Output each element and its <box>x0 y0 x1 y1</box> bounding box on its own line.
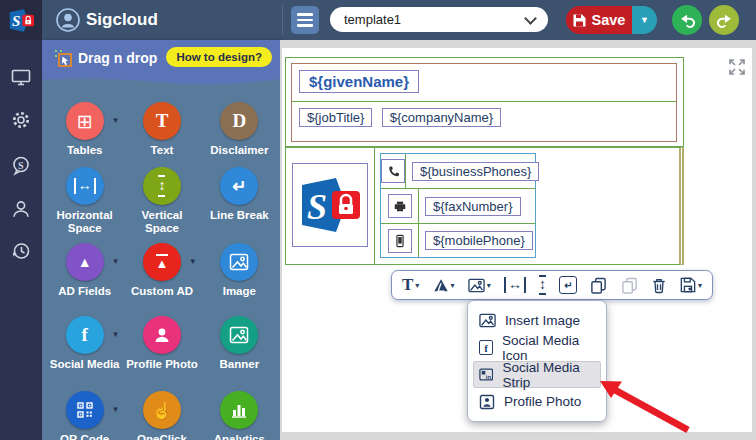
red-pointer-arrow <box>598 378 696 436</box>
how-to-design-button[interactable]: How to design? <box>166 47 272 67</box>
caret-down-icon: ▾ <box>451 281 455 290</box>
drag-drop-panel: Drag n drop How to design? ⊞▾ Tables T T… <box>42 40 280 440</box>
menu-item-profile-photo[interactable]: Profile Photo <box>473 388 601 415</box>
chevron-down-icon[interactable]: ▾ <box>113 404 118 414</box>
palette-item-social-media[interactable]: f▾ Social Media <box>46 316 123 371</box>
insert-image-toolbar-button[interactable]: ▾ <box>468 278 491 293</box>
phone-receiver-icon[interactable] <box>381 159 405 183</box>
fullscreen-expand-icon[interactable] <box>728 58 746 80</box>
signature-contact-table[interactable]: S ${businessPhones} <box>285 147 684 265</box>
custom-ad-icon: ▲ <box>156 254 169 270</box>
redo-button[interactable] <box>709 5 739 35</box>
phone-fields-table[interactable]: ${businessPhones} ${faxNumber} ${mobileP… <box>380 153 536 258</box>
line-break-button[interactable]: ↵ <box>559 276 577 294</box>
fax-number-field[interactable]: ${faxNumber} <box>425 197 521 216</box>
mobile-phone-field[interactable]: ${mobilePhone} <box>425 231 533 250</box>
menu-hamburger-button[interactable] <box>291 6 319 34</box>
image-icon <box>229 253 249 271</box>
save-button[interactable]: Save <box>566 6 632 34</box>
palette-item-disclaimer[interactable]: D Disclaimer <box>201 102 278 157</box>
palette-item-ad-fields[interactable]: ▲▾ AD Fields <box>46 243 123 298</box>
chevron-down-icon[interactable]: ▾ <box>113 256 118 266</box>
text-icon: T <box>402 275 413 295</box>
palette-item-qr-code-vcard[interactable]: ▾ QR Code vCard <box>46 391 123 440</box>
palette-item-custom-ad[interactable]: ▲▾ Custom AD <box>123 243 200 298</box>
caret-down-icon: ▼ <box>640 15 649 25</box>
design-canvas-area: ${givenName} ${jobTitle} ${companyName} … <box>280 40 756 440</box>
job-title-field[interactable]: ${jobTitle} <box>299 108 372 127</box>
copy-button[interactable] <box>590 277 607 294</box>
table-grid-icon: ⊞ <box>77 110 93 133</box>
business-phone-row: ${businessPhones} <box>381 154 535 189</box>
horizontal-space-icon: ↔ <box>504 277 526 292</box>
save-element-button[interactable]: ▾ <box>680 277 702 293</box>
template-select[interactable]: template1 <box>330 7 548 32</box>
azure-ad-icon <box>433 277 449 293</box>
text-style-button[interactable]: T▾ <box>402 275 419 295</box>
palette-item-image[interactable]: Image <box>201 243 278 298</box>
palette-item-horizontal-space[interactable]: ↔ Horizontal Space <box>46 167 123 235</box>
line-break-icon: ↵ <box>232 176 246 197</box>
palette-item-line-break[interactable]: ↵ Line Break <box>201 167 278 235</box>
palette-item-text[interactable]: T Text <box>123 102 200 157</box>
menu-item-social-media-strip[interactable]: in Social Media Strip <box>473 361 601 388</box>
topbar-divider <box>282 5 283 35</box>
chevron-down-icon[interactable]: ▾ <box>190 256 195 266</box>
image-icon <box>229 326 249 344</box>
save-button-label: Save <box>592 12 626 28</box>
chevron-down-icon[interactable]: ▾ <box>113 115 118 125</box>
save-dropdown-button[interactable]: ▼ <box>632 6 657 34</box>
fax-icon[interactable] <box>388 194 412 218</box>
palette-item-analytics[interactable]: Analytics <box>201 391 278 440</box>
menu-item-insert-image[interactable]: Insert Image <box>473 307 601 334</box>
chevron-down-icon <box>524 12 537 25</box>
social-media-strip-icon: in <box>479 367 493 382</box>
signature-sheet[interactable]: ${givenName} ${jobTitle} ${companyName} … <box>282 48 752 432</box>
given-name-row: ${givenName} <box>292 64 676 102</box>
user-avatar-icon[interactable] <box>56 8 80 36</box>
svg-text:S: S <box>18 160 24 171</box>
panel-header: Drag n drop How to design? <box>42 40 280 76</box>
svg-text:S: S <box>11 13 19 29</box>
menu-item-social-media-icon[interactable]: f Social Media Icon <box>473 334 601 361</box>
palette-item-tables[interactable]: ⊞▾ Tables <box>46 102 123 157</box>
sigcloud-bubble-icon[interactable]: S <box>10 154 32 180</box>
left-icon-rail: S <box>0 40 42 440</box>
vertical-space-button[interactable]: ↕ <box>539 275 546 294</box>
insert-context-menu: Insert Image f Social Media Icon in Soci… <box>467 300 607 422</box>
panel-title: Drag n drop <box>78 40 157 76</box>
caret-down-icon: ▾ <box>487 281 491 290</box>
palette-item-oneclick[interactable]: ☝ OneClick <box>123 391 200 440</box>
given-name-field[interactable]: ${givenName} <box>299 70 419 93</box>
palette-item-banner[interactable]: Banner <box>201 316 278 371</box>
name-table-inner: ${givenName} ${jobTitle} ${companyName} <box>291 63 677 142</box>
history-icon[interactable] <box>10 240 32 266</box>
facebook-icon: f <box>81 324 87 346</box>
company-name-field[interactable]: ${companyName} <box>382 108 501 127</box>
vertical-space-icon: ↕ <box>539 275 546 294</box>
top-bar: S Sigcloud template1 Save ▼ <box>0 0 756 40</box>
element-toolbar: T▾ ▾ ▾ ↔ ↕ ↵ ▾ <box>391 270 713 300</box>
logo-image-box[interactable]: S <box>292 163 368 247</box>
bar-chart-icon <box>230 401 248 419</box>
horizontal-space-button[interactable]: ↔ <box>504 277 526 292</box>
ad-field-button[interactable]: ▾ <box>433 277 455 293</box>
undo-button[interactable] <box>672 5 702 35</box>
sigcloud-designer-window: S Sigcloud template1 Save ▼ <box>0 0 756 440</box>
delete-button[interactable] <box>651 277 667 294</box>
settings-gear-icon[interactable] <box>10 109 32 135</box>
business-phones-field[interactable]: ${businessPhones} <box>412 162 539 181</box>
chevron-down-icon[interactable]: ▾ <box>113 329 118 339</box>
app-logo[interactable]: S <box>0 0 42 40</box>
line-break-icon: ↵ <box>559 276 577 294</box>
image-icon <box>468 278 485 293</box>
palette-item-vertical-space[interactable]: ↕ Vertical Space <box>123 167 200 235</box>
paste-button[interactable] <box>621 277 638 294</box>
mobile-phone-icon[interactable] <box>388 229 412 253</box>
palette-item-profile-photo[interactable]: Profile Photo <box>123 316 200 371</box>
user-icon[interactable] <box>10 198 32 224</box>
monitor-icon[interactable] <box>10 66 32 92</box>
person-icon <box>152 325 172 345</box>
caret-down-icon: ▾ <box>698 281 702 290</box>
signature-name-table[interactable]: ${givenName} ${jobTitle} ${companyName} <box>285 57 684 147</box>
